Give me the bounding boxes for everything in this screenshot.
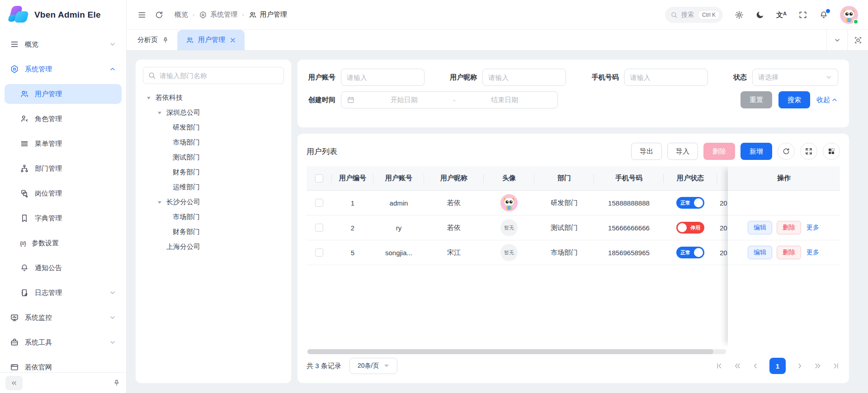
row-checkbox[interactable]	[315, 199, 323, 207]
date-end-placeholder[interactable]: 结束日期	[458, 96, 552, 104]
tree-node[interactable]: 市场部门	[143, 210, 284, 225]
edit-button[interactable]: 编辑	[748, 246, 772, 259]
collapse-filter-link[interactable]: 收起	[816, 96, 838, 104]
fullscreen-icon[interactable]	[798, 10, 807, 19]
add-button[interactable]: 新增	[741, 143, 772, 160]
status-toggle[interactable]: 停用	[676, 222, 704, 234]
tab-user-management[interactable]: 用户管理	[178, 30, 245, 50]
cell-dept: 市场部门	[534, 240, 594, 265]
account-input[interactable]	[341, 69, 425, 86]
pin-icon[interactable]	[162, 37, 169, 44]
prev-page-icon[interactable]	[751, 362, 760, 370]
settings-gear-icon[interactable]	[735, 10, 744, 19]
sidebar-item-log-management[interactable]: 日志管理	[5, 283, 122, 303]
breadcrumb-separator: ›	[193, 11, 194, 18]
edit-button[interactable]: 编辑	[748, 221, 772, 234]
first-page-icon[interactable]	[715, 362, 723, 370]
row-delete-button[interactable]: 删除	[777, 221, 801, 234]
table-refresh-icon[interactable]	[778, 143, 795, 160]
select-all-checkbox[interactable]	[315, 174, 323, 182]
last-page-icon[interactable]	[832, 362, 840, 370]
logo-row[interactable]: Vben Admin Ele	[0, 0, 126, 30]
user-avatar[interactable]	[840, 6, 858, 24]
table-fullscreen-icon[interactable]	[800, 143, 817, 160]
status-label: 正常	[680, 200, 690, 206]
actions-cell: 编辑 删除 更多	[728, 240, 840, 265]
post-icon	[20, 189, 29, 198]
prev-chunk-icon[interactable]	[733, 362, 741, 370]
row-delete-button[interactable]: 删除	[777, 246, 801, 259]
current-page[interactable]: 1	[769, 358, 786, 374]
tree-node[interactable]: 研发部门	[143, 120, 284, 135]
sidebar-item-system-tools[interactable]: 系统工具	[5, 332, 122, 352]
dark-mode-moon-icon[interactable]	[755, 10, 764, 19]
close-icon[interactable]	[229, 37, 236, 44]
sidebar-item-dict-management[interactable]: 字典管理	[5, 208, 122, 228]
tree-node[interactable]: 若依科技	[143, 90, 284, 105]
next-page-icon[interactable]	[796, 362, 804, 370]
tab-analysis[interactable]: 分析页	[127, 30, 178, 50]
department-search-input[interactable]	[143, 67, 284, 84]
breadcrumb-item-users[interactable]: 用户管理	[249, 10, 287, 19]
monitor-icon	[10, 313, 19, 322]
delete-button[interactable]: 删除	[703, 143, 735, 160]
tree-node[interactable]: 市场部门	[143, 135, 284, 150]
language-translate-icon[interactable]: 文A	[776, 11, 787, 18]
date-start-placeholder[interactable]: 开始日期	[357, 96, 452, 104]
phone-input[interactable]	[624, 69, 708, 86]
export-button[interactable]: 导出	[631, 143, 662, 160]
tree-node[interactable]: 测试部门	[143, 150, 284, 165]
more-button[interactable]: 更多	[806, 221, 820, 234]
tree-node[interactable]: 财务部门	[143, 165, 284, 180]
tree-node-label: 测试部门	[173, 153, 200, 162]
status-toggle[interactable]: 正常	[676, 197, 704, 209]
tree-node[interactable]: 深圳总公司	[143, 105, 284, 120]
pin-icon[interactable]	[113, 379, 121, 387]
status-toggle[interactable]: 正常	[676, 247, 704, 258]
sidebar-item-overview[interactable]: 概览	[5, 34, 122, 54]
row-checkbox[interactable]	[315, 248, 323, 257]
more-button[interactable]: 更多	[806, 246, 820, 259]
sidebar-item-system-management[interactable]: 系统管理	[5, 59, 122, 79]
column-settings-icon[interactable]	[823, 143, 840, 160]
notifications-bell-icon[interactable]	[819, 10, 828, 19]
tree-node[interactable]: 运维部门	[143, 180, 284, 195]
page-size-select[interactable]: 20条/页	[349, 358, 397, 374]
breadcrumb-item-system[interactable]: 系统管理	[199, 10, 237, 19]
status-select[interactable]: 请选择	[752, 69, 838, 86]
tab-list-dropdown[interactable]	[826, 30, 847, 50]
sidebar-item-label: 通知公告	[35, 264, 62, 272]
caret-down-icon[interactable]	[156, 111, 164, 115]
sidebar-item-official-site[interactable]: 若依官网	[5, 357, 122, 372]
row-checkbox[interactable]	[315, 224, 323, 232]
refresh-icon[interactable]	[155, 10, 164, 19]
sidebar-item-notice[interactable]: 通知公告	[5, 258, 122, 278]
sidebar-collapse-button[interactable]	[5, 376, 23, 390]
scrollbar-thumb[interactable]	[307, 349, 713, 354]
filter-phone-group: 手机号码	[592, 69, 708, 86]
import-button[interactable]: 导入	[667, 143, 698, 160]
sidebar-item-role-management[interactable]: 角色管理	[5, 109, 122, 129]
tree-node[interactable]: 财务部门	[143, 225, 284, 239]
sidebar-item-post-management[interactable]: 岗位管理	[5, 183, 122, 203]
content-maximize-icon[interactable]	[847, 30, 868, 50]
reset-button[interactable]: 重置	[741, 91, 772, 108]
sidebar-item-system-monitor[interactable]: 系统监控	[5, 308, 122, 328]
sidebar-item-menu-management[interactable]: 菜单管理	[5, 134, 122, 154]
sidebar-item-dept-management[interactable]: 部门管理	[5, 159, 122, 178]
global-search[interactable]: 搜索 Ctrl K	[665, 7, 723, 23]
tree-node[interactable]: 上海分公司	[143, 239, 284, 254]
hamburger-icon[interactable]	[137, 10, 146, 19]
caret-down-icon[interactable]	[145, 96, 153, 100]
tree-node[interactable]: 长沙分公司	[143, 195, 284, 210]
date-range-picker[interactable]: 开始日期 - 结束日期	[341, 91, 558, 108]
caret-down-icon[interactable]	[156, 200, 164, 205]
sidebar-item-param-settings[interactable]: {#} 参数设置	[5, 233, 122, 253]
calendar-icon	[347, 96, 355, 104]
breadcrumb-item-overview[interactable]: 概览	[175, 10, 188, 19]
next-chunk-icon[interactable]	[814, 362, 822, 370]
nickname-input[interactable]	[482, 69, 566, 86]
search-button[interactable]: 搜索	[778, 91, 810, 108]
cell-id: 5	[332, 240, 373, 265]
sidebar-item-user-management[interactable]: 用户管理	[5, 84, 122, 104]
